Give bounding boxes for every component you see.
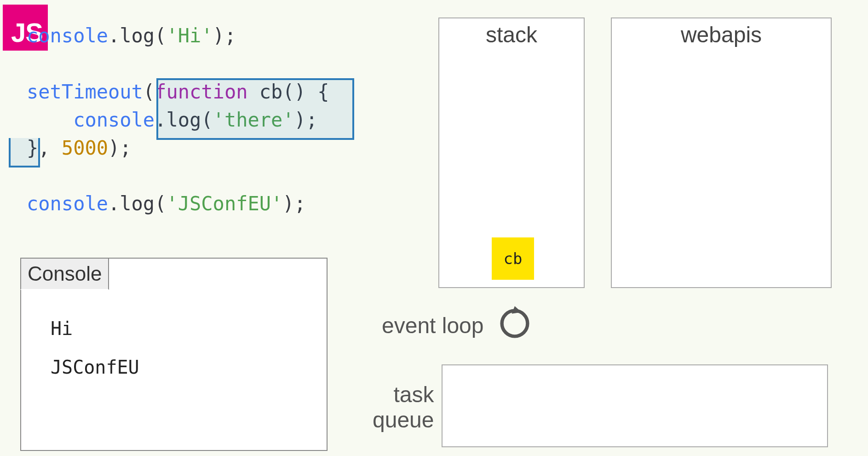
webapis-title: webapis: [612, 18, 831, 47]
console-output: Hi JSConfEU: [51, 309, 139, 387]
task-queue-label-line2: queue: [373, 407, 434, 433]
console-tab-label: Console: [20, 258, 109, 290]
console-line: Hi: [51, 309, 139, 348]
task-queue-label: task queue: [373, 382, 434, 433]
stack-panel: stack cb: [438, 17, 585, 288]
code-token: console: [27, 192, 108, 215]
task-queue-panel: [442, 364, 828, 447]
stack-title: stack: [439, 18, 584, 47]
code-highlight-callback-tail: [9, 138, 40, 167]
stack-frame-label: cb: [504, 249, 523, 268]
code-token: .log(: [108, 192, 166, 215]
console-panel: Console Hi JSConfEU: [20, 258, 328, 451]
webapis-panel: webapis: [611, 17, 832, 288]
svg-point-0: [502, 311, 528, 336]
stack-frame-cb: cb: [492, 237, 534, 280]
code-token: 5000: [62, 137, 108, 159]
code-token: 'JSConfEU': [166, 192, 282, 215]
code-token: );: [108, 137, 132, 159]
code-token: (: [143, 81, 155, 103]
code-highlight-callback: [156, 78, 354, 140]
code-token: console: [27, 24, 108, 47]
code-token: setTimeout: [27, 81, 143, 103]
code-token: .log(: [108, 24, 166, 47]
code-token: );: [282, 192, 306, 215]
event-loop-icon: [496, 305, 534, 342]
event-loop-label: event loop: [382, 313, 484, 338]
code-token: 'Hi': [166, 24, 213, 47]
code-token: console: [27, 109, 155, 131]
task-queue-label-line1: task: [373, 382, 434, 407]
console-line: JSConfEU: [51, 348, 139, 387]
code-token: );: [213, 24, 236, 47]
